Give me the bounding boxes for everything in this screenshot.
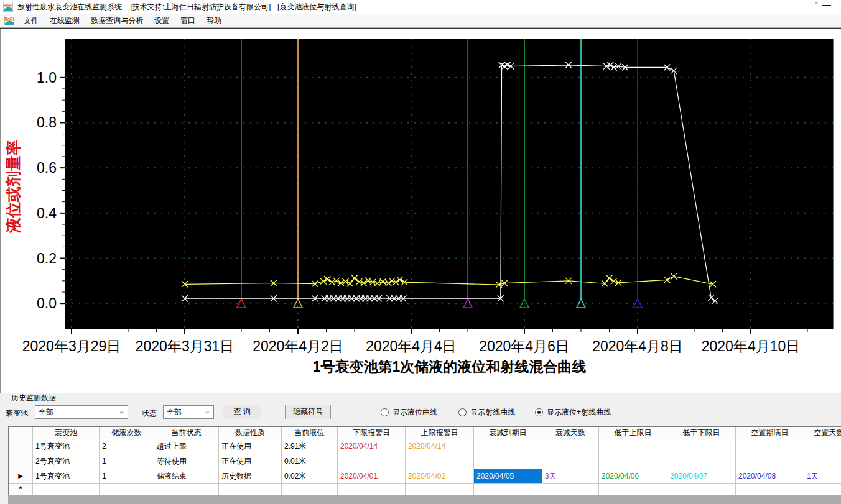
radio-显示液位+射线曲线[interactable]: 显示液位+射线曲线 [535,407,611,417]
grid-corner-header[interactable] [9,427,33,439]
grid-cell[interactable] [667,484,736,495]
column-header-当前液位[interactable]: 当前液位 [282,427,338,439]
grid-cell[interactable] [100,484,154,495]
grid-cell[interactable] [338,484,406,495]
pool-select[interactable]: 全部 ⌄ [35,405,128,419]
column-header-衰变池[interactable]: 衰变池 [33,427,100,439]
grid-cell[interactable]: 超过上限 [154,439,219,454]
grid-cell[interactable] [33,484,100,495]
x-tick-label: 2020年4月8日 [592,338,683,354]
radio-unchecked-icon[interactable] [458,408,467,416]
menu-item-设置[interactable]: 设置 [149,14,175,28]
chevron-down-icon: ⌄ [119,407,124,415]
grid-cell[interactable]: 0.02米 [282,469,338,484]
new-row-indicator[interactable]: * [9,484,33,495]
grid-cell[interactable]: 等待使用 [154,454,219,469]
grid-cell[interactable] [736,454,804,469]
radio-显示射线曲线[interactable]: 显示射线曲线 [458,407,515,417]
grid-cell[interactable]: 2 [100,439,154,454]
grid-cell[interactable]: 0.01米 [282,454,338,469]
radio-checked-icon[interactable] [535,408,543,416]
column-header-空置天数[interactable]: 空置天数 [804,427,841,439]
grid-cell[interactable] [736,484,804,495]
grid-cell[interactable] [542,454,599,469]
y-tick-label: 1.0 [37,70,57,86]
radio-unchecked-icon[interactable] [381,408,389,416]
y-tick-label: 0.2 [37,250,57,267]
grid-cell[interactable] [406,484,474,495]
grid-cell[interactable] [542,484,599,495]
grid-cell[interactable] [804,484,841,495]
column-header-数据性质[interactable]: 数据性质 [219,427,282,439]
grid-cell[interactable]: 1 [100,469,154,484]
grid-cell[interactable] [406,454,474,469]
menu-item-数据查询与分析[interactable]: 数据查询与分析 [85,14,149,28]
column-header-当前状态[interactable]: 当前状态 [154,427,219,439]
hide-symbols-button[interactable]: 隐藏符号 [285,405,331,419]
grid-cell[interactable]: 正在使用 [219,439,282,454]
grid-cell[interactable]: 3天 [542,469,599,484]
x-tick-label: 2020年3月31日 [136,338,235,354]
grid-cell[interactable]: 2020/04/07 [667,469,736,484]
grid-cell[interactable] [804,454,841,469]
selected-cell[interactable]: 2020/04/05 [474,469,542,484]
grid-cell[interactable] [282,484,338,495]
chart-title: 1号衰变池第1次储液的液位和射线混合曲线 [313,359,587,375]
menu-item-窗口[interactable]: 窗口 [175,14,201,28]
grid-cell[interactable] [667,439,736,454]
column-header-衰减到期日[interactable]: 衰减到期日 [474,427,542,439]
status-select[interactable]: 全部 ⌄ [163,405,214,419]
column-header-衰减天数[interactable]: 衰减天数 [542,427,599,439]
grid-cell[interactable] [338,454,406,469]
x-tick-label: 2020年4月6日 [479,338,570,354]
current-row-indicator[interactable]: ▶ [9,469,33,484]
close-icon[interactable]: ✕ [814,0,819,6]
row-selector[interactable] [9,454,33,469]
grid-cell[interactable]: 2020/04/01 [338,469,406,484]
query-button[interactable]: 查 询 [223,405,261,419]
grid-cell[interactable]: 2.91米 [282,439,338,454]
grid-cell[interactable]: 2020/04/06 [599,469,667,484]
child-window-icon[interactable]: RnRi [4,16,14,25]
grid-cell[interactable]: 2020/04/14 [406,439,474,454]
grid-cell[interactable]: 2020/04/08 [736,469,804,484]
grid-cell[interactable] [804,439,841,454]
grid-cell[interactable]: 2020/04/02 [406,469,474,484]
grid-cell[interactable] [474,439,542,454]
menu-item-文件[interactable]: 文件 [18,14,44,28]
menu-item-在线监测[interactable]: 在线监测 [44,14,85,28]
grid-cell[interactable] [474,454,542,469]
column-header-空置期满日[interactable]: 空置期满日 [736,427,804,439]
grid-cell[interactable] [542,439,599,454]
column-header-下限报警日[interactable]: 下限报警日 [338,427,406,439]
column-header-上限报警日[interactable]: 上限报警日 [406,427,474,439]
grid-cell[interactable]: 历史数据 [219,469,282,484]
table-row: 1号衰变池2超过上限正在使用2.91米2020/04/142020/04/14 [9,439,841,454]
column-header-低于上限日[interactable]: 低于上限日 [599,427,667,439]
grid-cell[interactable]: 2020/04/14 [338,439,406,454]
grid-cell[interactable]: 储液结束 [154,469,219,484]
grid-cell[interactable]: 正在使用 [219,454,282,469]
history-panel: 历史监测数据 衰变池 全部 ⌄ 状态 全部 ⌄ 查 询 隐藏符号 显示液位曲线显… [0,393,841,504]
radio-显示液位曲线[interactable]: 显示液位曲线 [381,407,437,417]
grid-cell[interactable]: 1 [100,454,154,469]
grid-cell[interactable]: 1天 [804,469,841,484]
minimize-icon[interactable] [822,5,831,6]
grid-cell[interactable] [599,484,667,495]
row-selector[interactable] [9,439,33,454]
grid-cell[interactable] [667,454,736,469]
grid-cell[interactable] [474,484,542,495]
menu-item-帮助[interactable]: 帮助 [201,14,227,28]
column-header-储液次数[interactable]: 储液次数 [100,427,154,439]
column-header-低于下限日[interactable]: 低于下限日 [667,427,736,439]
grid-cell[interactable]: 1号衰变池 [33,439,100,454]
grid-cell[interactable] [736,439,804,454]
grid-cell[interactable] [154,484,219,495]
grid-cell[interactable]: 2号衰变池 [33,454,100,469]
grid-cell[interactable] [219,484,282,495]
x-tick-label: 2020年4月4日 [366,338,457,354]
grid-cell[interactable] [599,454,667,469]
grid-cell[interactable] [599,439,667,454]
y-tick-label: 0.6 [37,160,57,176]
grid-cell[interactable]: 1号衰变池 [33,469,100,484]
